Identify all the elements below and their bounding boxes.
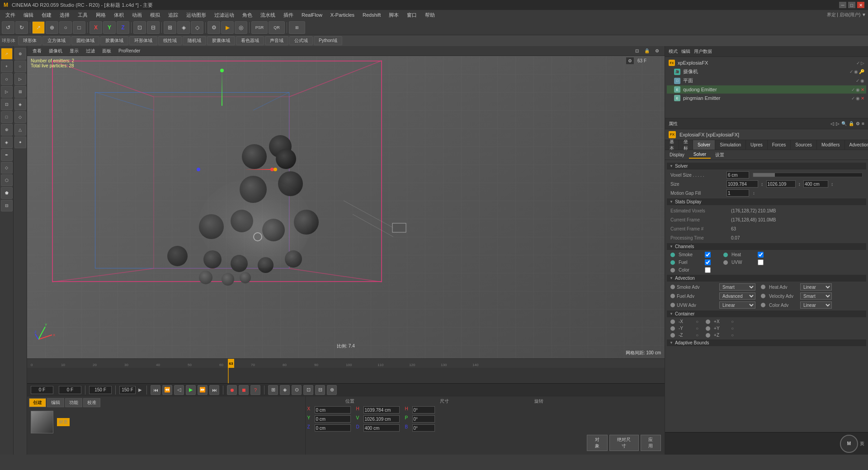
plane-eye[interactable]: ◉ bbox=[860, 78, 864, 83]
X-axis-button[interactable]: X bbox=[90, 21, 102, 34]
v-size-input[interactable] bbox=[363, 415, 400, 423]
x-transform-handle[interactable] bbox=[244, 169, 271, 170]
Z-axis-button[interactable]: Z bbox=[117, 21, 129, 34]
size-z-input[interactable] bbox=[803, 180, 828, 188]
attr-subtab-display[interactable]: Display bbox=[665, 151, 689, 158]
mode-torus[interactable]: 环形体域 bbox=[129, 36, 157, 45]
timeline-ruler[interactable]: 0 10 20 30 40 50 60 70 80 90 100 110 120… bbox=[27, 359, 665, 368]
rect-select-tool[interactable]: □ bbox=[1, 111, 13, 123]
mode-cube[interactable]: 立方体域 bbox=[42, 36, 71, 45]
render-view[interactable]: ▶ bbox=[221, 21, 234, 34]
adaptive-bounds-header[interactable]: Adaptive Bounds bbox=[667, 339, 866, 346]
color-checkbox[interactable] bbox=[705, 267, 711, 273]
magnet-tool[interactable]: ⬡ bbox=[1, 174, 13, 186]
vp-camera-menu[interactable]: 摄像机 bbox=[47, 47, 64, 55]
rotate-model-tool[interactable]: ○ bbox=[1, 73, 13, 85]
mode-linear[interactable]: 线性域 bbox=[158, 36, 182, 45]
menu-redshift[interactable]: Redshift bbox=[359, 11, 384, 19]
attr-tab-forces[interactable]: Forces bbox=[768, 140, 791, 150]
vp-view-menu[interactable]: 查看 bbox=[31, 47, 43, 55]
b-rot-input[interactable] bbox=[412, 424, 435, 432]
go-end-btn[interactable]: ⏭ bbox=[209, 385, 219, 395]
mode-python[interactable]: Python域 bbox=[314, 36, 342, 45]
title-bar-controls[interactable]: ─ □ ✕ bbox=[839, 2, 864, 8]
scene-obj-pingmian[interactable]: E pingmian Emitter ✓ ◉ ✕ bbox=[667, 94, 866, 102]
vp-prorender[interactable]: ProRender bbox=[117, 48, 142, 54]
explosiaFX-checkmark[interactable]: ✓ bbox=[856, 61, 860, 66]
sub-tool-6[interactable]: ◇ bbox=[14, 111, 26, 123]
attr-subtab-solver[interactable]: Solver bbox=[689, 151, 711, 159]
user-info[interactable]: 英 bbox=[860, 441, 864, 447]
menu-animate[interactable]: 动画 bbox=[128, 11, 146, 19]
render-settings[interactable]: ⚙ bbox=[208, 21, 220, 34]
motion-gap-arrow[interactable]: ↕ bbox=[753, 191, 755, 196]
sim-btn[interactable]: ⊞ bbox=[268, 385, 278, 395]
menu-script[interactable]: 脚本 bbox=[385, 11, 402, 19]
pos-z-radio[interactable] bbox=[706, 333, 710, 338]
menu-select[interactable]: 选择 bbox=[56, 11, 73, 19]
y-pos-input[interactable] bbox=[315, 415, 351, 423]
size-x-input[interactable] bbox=[726, 180, 758, 188]
camera-lock[interactable]: 🔑 bbox=[859, 69, 864, 74]
scene-obj-qudong[interactable]: E qudong Emitter ✓ ◉ ✕ bbox=[667, 85, 866, 94]
velocity-adv-dropdown[interactable]: Smart Linear Advanced bbox=[800, 292, 832, 300]
attr-lock-btn[interactable]: 🔒 bbox=[849, 121, 854, 126]
vp-settings-btn[interactable]: ⚙ bbox=[653, 48, 661, 54]
vp-lock-btn[interactable]: 🔒 bbox=[642, 48, 651, 54]
record-btn[interactable]: ⏺ bbox=[227, 385, 237, 395]
attr-tab-coords[interactable]: 坐标 bbox=[679, 140, 693, 150]
sub-tool-2[interactable]: ○ bbox=[14, 61, 26, 72]
poly-select-tool[interactable]: ◈ bbox=[1, 136, 13, 148]
bottom-tab-create[interactable]: 创建 bbox=[29, 398, 46, 407]
pos-x-radio[interactable] bbox=[706, 320, 710, 324]
mode-capsule[interactable]: 胶囊体域 bbox=[100, 36, 128, 45]
vp-panel-menu[interactable]: 面板 bbox=[100, 47, 113, 55]
auto-key-btn[interactable]: ? bbox=[250, 385, 260, 395]
menu-volume[interactable]: 体积 bbox=[110, 11, 127, 19]
timeline-track[interactable] bbox=[27, 368, 665, 383]
maximize-button[interactable]: □ bbox=[848, 2, 855, 8]
menu-file[interactable]: 文件 bbox=[2, 11, 19, 19]
mode-shader[interactable]: 看色器域 bbox=[236, 36, 264, 45]
menu-window[interactable]: 窗口 bbox=[403, 11, 420, 19]
attr-search-btn[interactable]: 🔍 bbox=[841, 121, 847, 126]
heat-adv-dropdown[interactable]: Linear Smart Advanced bbox=[800, 283, 832, 291]
export-btn[interactable]: ⊕ bbox=[327, 385, 337, 395]
scale-model-tool[interactable]: ▷ bbox=[1, 86, 13, 98]
menu-create[interactable]: 创建 bbox=[38, 11, 55, 19]
heat-radio[interactable] bbox=[723, 253, 728, 257]
menu-help[interactable]: 帮助 bbox=[421, 11, 439, 19]
uvw-radio[interactable] bbox=[723, 260, 728, 265]
loop-select-tool[interactable]: ⊕ bbox=[1, 124, 13, 136]
rotate-tool[interactable]: ○ bbox=[59, 21, 72, 34]
advection-section-header[interactable]: Advection bbox=[667, 275, 866, 282]
render-btn[interactable]: ⊟ bbox=[315, 385, 325, 395]
channels-section-header[interactable]: Channels bbox=[667, 243, 866, 250]
close-button[interactable]: ✕ bbox=[857, 2, 864, 8]
attr-tab-basic[interactable]: 基本 bbox=[665, 140, 679, 150]
world-coords[interactable]: ⊡ bbox=[133, 21, 146, 34]
maxon-logo[interactable]: M bbox=[840, 435, 858, 453]
scene-obj-explosiaFX[interactable]: FX xpExplosiaFX ✓ ▷ bbox=[667, 59, 866, 67]
neg-x-radio[interactable] bbox=[670, 320, 675, 324]
mode-cylinder[interactable]: 圆柱体域 bbox=[71, 36, 99, 45]
playhead[interactable]: 63 bbox=[228, 359, 234, 368]
menu-realflow[interactable]: RealFlow bbox=[298, 11, 326, 19]
mode-solid-body[interactable]: 胶囊体域 bbox=[207, 36, 235, 45]
playback-end-input[interactable] bbox=[119, 386, 136, 394]
menu-track[interactable]: 追踪 bbox=[165, 11, 182, 19]
paint-select-tool[interactable]: ✒ bbox=[1, 149, 13, 161]
snap-button[interactable]: ⊞ bbox=[164, 21, 176, 34]
redo-button[interactable]: ↻ bbox=[15, 21, 28, 34]
menu-mograph[interactable]: 运动图形 bbox=[183, 11, 210, 19]
knife-tool[interactable]: ⬟ bbox=[1, 187, 13, 199]
scene-obj-plane[interactable]: □ 平面 ✓ ◉ bbox=[667, 76, 866, 85]
snap-mode[interactable]: ◇ bbox=[191, 21, 203, 34]
move-tool[interactable]: ⊕ bbox=[46, 21, 58, 34]
xp-btn[interactable]: ⊙ bbox=[292, 385, 302, 395]
play-btn[interactable]: ▶ bbox=[186, 385, 196, 395]
mode-formula[interactable]: 公式域 bbox=[289, 36, 313, 45]
heat-checkbox[interactable] bbox=[758, 252, 764, 258]
sub-tool-3[interactable]: ▷ bbox=[14, 73, 26, 85]
motion-btn[interactable]: ◈ bbox=[280, 385, 290, 395]
